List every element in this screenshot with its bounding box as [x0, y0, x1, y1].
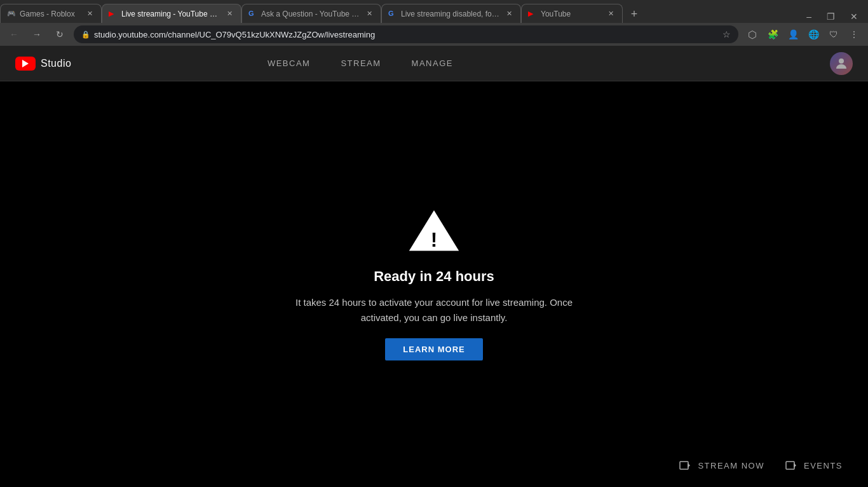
extension-icon-4[interactable]: 🌐 — [804, 25, 822, 43]
address-bar: ← → ↻ 🔒 studio.youtube.com/channel/UC_O7… — [0, 23, 868, 46]
svg-rect-3 — [680, 462, 688, 469]
tab-live-streaming[interactable]: ▶ Live streaming - YouTube Stud ✕ — [102, 4, 241, 23]
window-controls: – ❐ ✕ — [801, 10, 868, 23]
toolbar-icons: ⬡ 🧩 👤 🌐 🛡 ⋮ — [743, 25, 863, 43]
lock-icon: 🔒 — [81, 31, 90, 39]
warning-icon: ! — [409, 209, 459, 253]
stream-now-label: STREAM NOW — [698, 461, 764, 470]
yt-logo-text: Studio — [41, 58, 71, 69]
nav-stream[interactable]: STREAM — [325, 46, 396, 81]
forward-button[interactable]: → — [28, 25, 46, 43]
tab-youtube[interactable]: ▶ YouTube ✕ — [521, 4, 623, 23]
tab-label-askquestion: Ask a Question - YouTube Con — [261, 10, 360, 18]
yt-logo-icon — [15, 57, 36, 71]
tab-games-roblox[interactable]: 🎮 Games - Roblox ✕ — [0, 4, 102, 23]
svg-point-0 — [839, 58, 844, 64]
extension-icon-5[interactable]: 🛡 — [825, 25, 843, 43]
bookmark-icon[interactable]: ☆ — [722, 29, 731, 39]
nav-manage[interactable]: MANAGE — [397, 46, 468, 81]
tab-label-games: Games - Roblox — [20, 10, 81, 18]
tab-close-youtube[interactable]: ✕ — [606, 9, 616, 19]
tab-favicon-askquestion: G — [248, 10, 257, 18]
tab-label-disabled: Live streaming disabled, for ho — [401, 10, 500, 18]
extension-icon-1[interactable]: ⬡ — [743, 25, 761, 43]
tab-favicon-disabled: G — [388, 10, 397, 18]
extension-icon-3[interactable]: 👤 — [784, 25, 802, 43]
nav-webcam[interactable]: WEBCAM — [252, 46, 326, 81]
url-bar[interactable]: 🔒 studio.youtube.com/channel/UC_O79vQ51k… — [74, 25, 738, 43]
learn-more-button[interactable]: LEARN MORE — [385, 338, 482, 360]
minimize-button[interactable]: – — [801, 10, 817, 23]
tab-label-youtube: YouTube — [541, 10, 602, 18]
reload-button[interactable]: ↻ — [51, 25, 69, 43]
warning-container: ! Ready in 24 hours It takes 24 hours to… — [294, 209, 574, 360]
main-content: ! Ready in 24 hours It takes 24 hours to… — [0, 81, 868, 487]
tab-livestreaming-disabled[interactable]: G Live streaming disabled, for ho ✕ — [381, 4, 521, 23]
yt-nav: WEBCAM STREAM MANAGE — [252, 46, 468, 81]
chrome-menu-button[interactable]: ⋮ — [845, 25, 863, 43]
bottom-bar: STREAM NOW EVENTS — [653, 444, 868, 487]
new-tab-button[interactable]: + — [625, 5, 643, 23]
tab-ask-question[interactable]: G Ask a Question - YouTube Con ✕ — [241, 4, 381, 23]
tab-close-askquestion[interactable]: ✕ — [364, 9, 374, 19]
user-avatar[interactable] — [830, 52, 853, 75]
tab-close-games[interactable]: ✕ — [85, 9, 95, 19]
tab-favicon-livestreaming: ▶ — [109, 10, 118, 18]
tab-close-livestreaming[interactable]: ✕ — [224, 9, 234, 19]
close-button[interactable]: ✕ — [845, 10, 863, 23]
svg-rect-5 — [786, 462, 794, 469]
stream-now-icon — [679, 459, 691, 472]
tab-favicon-youtube: ▶ — [528, 10, 537, 18]
svg-text:!: ! — [431, 228, 438, 250]
url-text: studio.youtube.com/channel/UC_O79vQ51kzU… — [94, 30, 719, 39]
events-button[interactable]: EVENTS — [775, 454, 853, 477]
extension-icon-2[interactable]: 🧩 — [764, 25, 782, 43]
back-button[interactable]: ← — [5, 25, 23, 43]
events-icon — [785, 459, 797, 472]
tab-label-livestreaming: Live streaming - YouTube Stud — [121, 10, 220, 18]
yt-studio-logo[interactable]: Studio — [15, 57, 71, 71]
yt-studio-header: Studio WEBCAM STREAM MANAGE — [0, 46, 868, 81]
svg-marker-6 — [794, 463, 796, 468]
stream-now-button[interactable]: STREAM NOW — [668, 454, 775, 477]
tab-bar: 🎮 Games - Roblox ✕ ▶ Live streaming - Yo… — [0, 0, 868, 23]
maximize-button[interactable]: ❐ — [822, 10, 840, 23]
tab-favicon-games: 🎮 — [7, 10, 16, 18]
ready-description: It takes 24 hours to activate your accou… — [294, 295, 574, 326]
avatar-image — [830, 52, 853, 75]
ready-title: Ready in 24 hours — [374, 268, 494, 285]
events-label: EVENTS — [804, 461, 843, 470]
svg-marker-4 — [688, 463, 690, 468]
tab-close-disabled[interactable]: ✕ — [504, 9, 514, 19]
